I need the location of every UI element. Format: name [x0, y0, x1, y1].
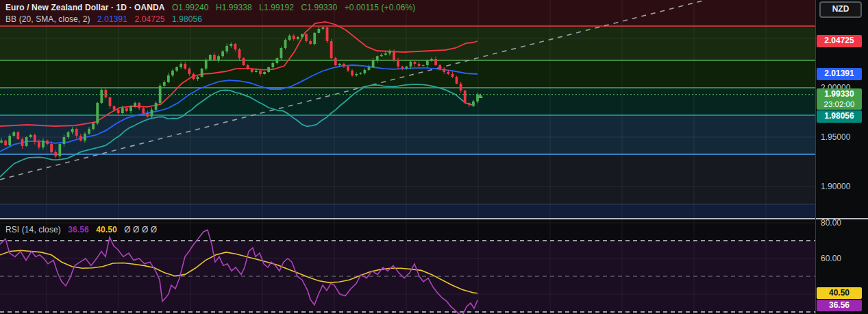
axis-price-badge: 40.50: [817, 287, 862, 299]
bar-countdown: 23:02:00: [817, 100, 862, 109]
rsi-label: RSI (14, close): [5, 225, 61, 234]
axis-price-badge: 2.04725: [817, 35, 862, 47]
axis-divider: [815, 0, 816, 314]
price-chart-canvas[interactable]: [0, 0, 815, 219]
axis-tick-label: 80.00: [821, 218, 841, 228]
axis-tick-label: 1.95000: [821, 132, 850, 142]
pane-resize-handle[interactable]: [0, 218, 868, 219]
axis-price-badge: 36.56: [817, 300, 862, 311]
bollinger-upper-value: 2.04725: [135, 14, 165, 24]
axis-price-badge: 2.01391: [817, 68, 862, 80]
bollinger-basis-value: 2.01391: [97, 14, 127, 24]
ohlc-low: L1.99192: [259, 3, 294, 12]
rsi-empty-values: Ø Ø Ø Ø: [124, 225, 157, 234]
currency-toggle-button[interactable]: NZD: [819, 1, 862, 18]
symbol-header: Euro / New Zealand Dollar · 1D · OANDA O…: [5, 3, 420, 12]
axis-tick-label: 1.90000: [821, 182, 850, 191]
axis-price-badge: 1.98056: [817, 110, 862, 123]
axis-price-badge: 1.9933023:02:00: [817, 88, 862, 110]
ohlc-change: +0.00115 (+0.06%): [345, 3, 416, 12]
ohlc-high: H1.99338: [216, 3, 252, 12]
bollinger-label: BB (20, SMA, close, 2): [5, 14, 90, 24]
ohlc-open: O1.99240: [172, 3, 209, 12]
ohlc-close: C1.99330: [301, 3, 337, 12]
rsi-value: 36.56: [68, 225, 89, 234]
rsi-legend[interactable]: RSI (14, close) 36.56 40.50 Ø Ø Ø Ø: [5, 225, 162, 234]
price-chart-pane[interactable]: [0, 0, 815, 219]
axis-tick-label: 60.00: [821, 254, 841, 263]
price-axis[interactable]: NZD 2.000001.950001.9000080.0060.002.047…: [815, 0, 868, 314]
rsi-ma-value: 40.50: [96, 225, 117, 234]
bollinger-lower-value: 1.98056: [172, 14, 202, 24]
trading-chart-window: Euro / New Zealand Dollar · 1D · OANDA O…: [0, 0, 868, 314]
bollinger-legend[interactable]: BB (20, SMA, close, 2) 2.01391 2.04725 1…: [5, 14, 207, 24]
symbol-title: Euro / New Zealand Dollar · 1D · OANDA: [5, 3, 165, 12]
